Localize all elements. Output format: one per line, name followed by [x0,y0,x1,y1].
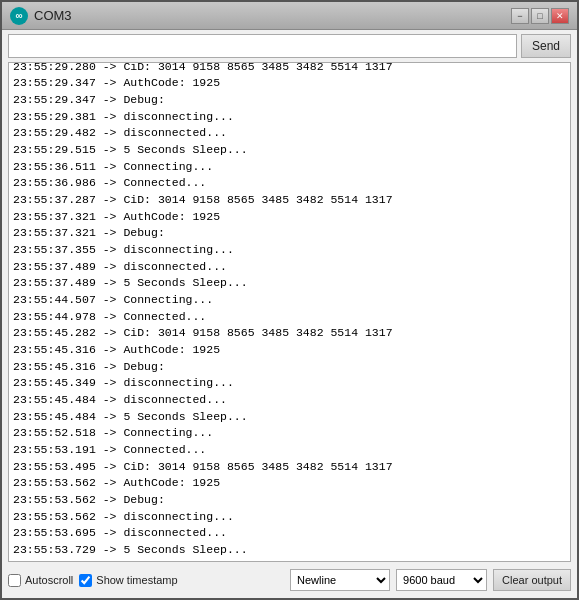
clear-output-button[interactable]: Clear output [493,569,571,591]
log-line: 23:55:53.191 -> Connected... [13,442,566,459]
log-line: 23:55:53.562 -> disconnecting... [13,509,566,526]
log-line: 23:55:53.695 -> disconnected... [13,525,566,542]
serial-input[interactable] [8,34,517,58]
log-line: 23:55:37.287 -> CiD: 3014 9158 8565 3485… [13,192,566,209]
log-line: 23:55:29.347 -> AuthCode: 1925 [13,75,566,92]
window-title: COM3 [34,8,72,23]
log-line: 23:55:53.562 -> Debug: [13,492,566,509]
log-line: 23:55:29.482 -> disconnected... [13,125,566,142]
log-line: 23:55:44.978 -> Connected... [13,309,566,326]
log-line: 23:55:44.507 -> Connecting... [13,292,566,309]
log-line: 23:55:45.316 -> Debug: [13,359,566,376]
show-timestamp-label[interactable]: Show timestamp [96,574,177,586]
serial-output[interactable]: 23:55:29.012 -> Connected...23:55:29.280… [8,62,571,562]
log-line: 23:55:37.489 -> 5 Seconds Sleep... [13,275,566,292]
log-line: 23:55:45.484 -> 5 Seconds Sleep... [13,409,566,426]
title-buttons: − □ ✕ [511,8,569,24]
log-line: 23:55:53.562 -> AuthCode: 1925 [13,475,566,492]
status-bar: Autoscroll Show timestamp No line ending… [2,562,577,598]
log-line: 23:55:53.729 -> 5 Seconds Sleep... [13,542,566,559]
log-line: 23:55:45.316 -> AuthCode: 1925 [13,342,566,359]
log-line: 23:55:52.518 -> Connecting... [13,425,566,442]
log-line: 23:55:53.495 -> CiD: 3014 9158 8565 3485… [13,459,566,476]
show-timestamp-checkbox[interactable] [79,574,92,587]
log-line: 23:55:29.347 -> Debug: [13,92,566,109]
log-line: 23:55:45.349 -> disconnecting... [13,375,566,392]
arduino-logo-icon: ∞ [10,7,28,25]
log-line: 23:55:29.280 -> CiD: 3014 9158 8565 3485… [13,62,566,75]
minimize-button[interactable]: − [511,8,529,24]
baud-rate-select[interactable]: 300 baud1200 baud2400 baud4800 baud9600 … [396,569,487,591]
log-line: 23:55:37.355 -> disconnecting... [13,242,566,259]
log-line: 23:55:36.986 -> Connected... [13,175,566,192]
autoscroll-group: Autoscroll [8,574,73,587]
log-line: 23:55:29.515 -> 5 Seconds Sleep... [13,142,566,159]
title-bar: ∞ COM3 − □ ✕ [2,2,577,30]
log-line: 23:55:36.511 -> Connecting... [13,159,566,176]
log-line: 23:55:45.282 -> CiD: 3014 9158 8565 3485… [13,325,566,342]
log-line: 23:55:45.484 -> disconnected... [13,392,566,409]
close-button[interactable]: ✕ [551,8,569,24]
serial-monitor-window: ∞ COM3 − □ ✕ Send 23:55:29.012 -> Connec… [0,0,579,600]
log-line: 23:55:37.489 -> disconnected... [13,259,566,276]
log-line: 23:55:37.321 -> AuthCode: 1925 [13,209,566,226]
send-button[interactable]: Send [521,34,571,58]
maximize-button[interactable]: □ [531,8,549,24]
title-bar-left: ∞ COM3 [10,7,72,25]
show-timestamp-group: Show timestamp [79,574,177,587]
input-bar: Send [2,30,577,62]
log-line: 23:55:29.381 -> disconnecting... [13,109,566,126]
log-line: 23:55:37.321 -> Debug: [13,225,566,242]
autoscroll-label[interactable]: Autoscroll [25,574,73,586]
autoscroll-checkbox[interactable] [8,574,21,587]
newline-select[interactable]: No line endingNewlineCarriage returnBoth… [290,569,390,591]
